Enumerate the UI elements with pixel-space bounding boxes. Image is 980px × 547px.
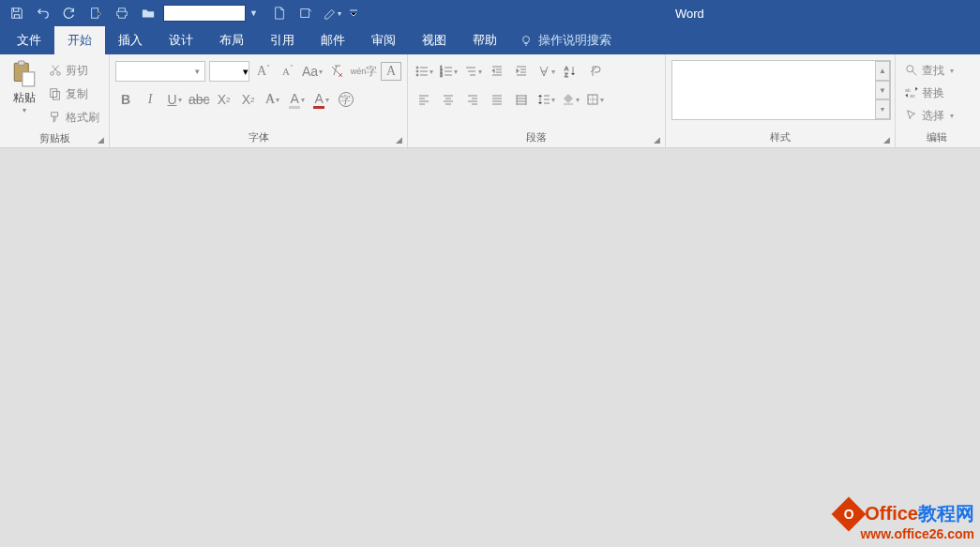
underline-button[interactable]: U▾ bbox=[164, 89, 185, 110]
qat-icon-10[interactable]: ▾ bbox=[321, 2, 343, 24]
styles-gallery[interactable]: ▲ ▼ ▾ bbox=[671, 60, 891, 120]
phonetic-guide-button[interactable]: wén字 bbox=[351, 61, 377, 82]
bold-button[interactable]: B bbox=[115, 89, 136, 110]
clear-formatting-button[interactable] bbox=[326, 61, 347, 82]
paste-label: 粘贴 bbox=[13, 90, 36, 106]
cut-label: 剪切 bbox=[66, 63, 88, 79]
tab-review[interactable]: 审阅 bbox=[358, 26, 409, 54]
change-case-button[interactable]: Aa▾ bbox=[302, 61, 323, 82]
styles-launcher[interactable]: ◢ bbox=[881, 134, 892, 145]
open-button[interactable] bbox=[137, 2, 159, 24]
shrink-font-button[interactable]: A˅ bbox=[278, 61, 298, 82]
tab-design[interactable]: 设计 bbox=[156, 26, 206, 54]
svg-point-7 bbox=[57, 72, 61, 76]
paragraph-group-label: 段落 ◢ bbox=[408, 130, 665, 147]
qat-combo-dropdown[interactable]: ▼ bbox=[249, 8, 261, 18]
font-size-combo[interactable]: ▾ bbox=[209, 61, 249, 82]
tab-mailings[interactable]: 邮件 bbox=[308, 26, 358, 54]
copy-label: 复制 bbox=[66, 86, 88, 102]
asian-layout-button[interactable]: ▾ bbox=[535, 61, 556, 82]
font-color-button[interactable]: A▾ bbox=[311, 89, 332, 110]
redo-button[interactable] bbox=[58, 2, 81, 24]
replace-button[interactable]: abac 替换 bbox=[901, 83, 972, 103]
clipboard-launcher[interactable]: ◢ bbox=[95, 134, 106, 145]
tell-me-search[interactable]: 操作说明搜索 bbox=[510, 26, 611, 54]
decrease-indent-button[interactable] bbox=[487, 61, 507, 82]
ribbon: 粘贴 ▾ 剪切 复制 格式刷 剪贴板 ◢ bbox=[0, 54, 980, 148]
brush-icon bbox=[49, 111, 62, 124]
qat-combo-input[interactable] bbox=[163, 5, 246, 22]
watermark-text-1a: Office bbox=[865, 503, 918, 524]
tab-insert[interactable]: 插入 bbox=[105, 26, 156, 54]
watermark: O Office教程网 www.office26.com bbox=[837, 501, 974, 541]
tab-layout[interactable]: 布局 bbox=[206, 26, 257, 54]
align-right-button[interactable] bbox=[462, 89, 483, 110]
strikethrough-button[interactable]: abc bbox=[188, 89, 210, 110]
numbering-button[interactable]: 123▾ bbox=[438, 61, 459, 82]
grow-font-button[interactable]: A˄ bbox=[253, 61, 274, 82]
svg-rect-4 bbox=[19, 61, 24, 65]
tell-me-label: 操作说明搜索 bbox=[538, 32, 611, 49]
qat-customize-dropdown[interactable] bbox=[347, 2, 360, 24]
svg-point-10 bbox=[416, 67, 418, 68]
watermark-url: www.office26.com bbox=[837, 526, 974, 541]
save-button[interactable] bbox=[6, 2, 28, 24]
qat-icon-4[interactable] bbox=[84, 2, 107, 24]
text-effects-button[interactable]: A▾ bbox=[263, 89, 283, 110]
styles-scroll-up[interactable]: ▲ bbox=[875, 61, 890, 81]
char-border-button[interactable]: A bbox=[381, 62, 401, 81]
tab-references[interactable]: 引用 bbox=[257, 26, 308, 54]
borders-button[interactable]: ▾ bbox=[584, 89, 605, 110]
show-marks-button[interactable] bbox=[584, 61, 605, 82]
highlight-button[interactable]: A▾ bbox=[287, 89, 308, 110]
sort-button[interactable]: AZ bbox=[560, 61, 580, 82]
align-distributed-button[interactable] bbox=[511, 89, 532, 110]
tab-help[interactable]: 帮助 bbox=[460, 26, 510, 54]
line-spacing-button[interactable]: ▾ bbox=[535, 89, 556, 110]
increase-indent-button[interactable] bbox=[511, 61, 532, 82]
superscript-button[interactable]: X2 bbox=[238, 89, 259, 110]
paste-button[interactable]: 粘贴 ▾ bbox=[6, 58, 43, 114]
tab-file[interactable]: 文件 bbox=[4, 26, 54, 54]
font-name-combo[interactable]: ▾ bbox=[115, 61, 205, 82]
tab-home[interactable]: 开始 bbox=[54, 26, 105, 54]
undo-button[interactable] bbox=[32, 2, 54, 24]
new-doc-button[interactable] bbox=[268, 2, 291, 24]
svg-rect-0 bbox=[92, 8, 98, 19]
cut-button[interactable]: 剪切 bbox=[47, 60, 101, 81]
enclose-char-button[interactable]: 字 bbox=[336, 89, 356, 110]
svg-point-11 bbox=[416, 70, 418, 72]
italic-button[interactable]: I bbox=[140, 89, 160, 110]
font-group-label: 字体 ◢ bbox=[110, 130, 407, 147]
svg-rect-9 bbox=[53, 91, 59, 99]
tab-view[interactable]: 视图 bbox=[409, 26, 460, 54]
paragraph-launcher[interactable]: ◢ bbox=[651, 134, 662, 145]
ribbon-tabs: 文件 开始 插入 设计 布局 引用 邮件 审阅 视图 帮助 操作说明搜索 bbox=[0, 26, 980, 54]
svg-rect-5 bbox=[23, 72, 35, 86]
bullets-button[interactable]: ▾ bbox=[414, 61, 434, 82]
subscript-button[interactable]: X2 bbox=[214, 89, 234, 110]
styles-scroll-down[interactable]: ▼ bbox=[875, 81, 890, 100]
font-launcher[interactable]: ◢ bbox=[393, 134, 404, 145]
paste-icon bbox=[11, 60, 38, 88]
group-paragraph: ▾ 123▾ ▾ ▾ AZ ▾ ▾ ▾ bbox=[408, 54, 666, 147]
find-button[interactable]: 查找▾ bbox=[901, 60, 972, 81]
svg-rect-18 bbox=[564, 103, 573, 105]
align-justify-button[interactable] bbox=[487, 89, 507, 110]
align-center-button[interactable] bbox=[438, 89, 459, 110]
format-painter-button[interactable]: 格式刷 bbox=[47, 107, 101, 128]
svg-rect-8 bbox=[51, 89, 57, 98]
copy-button[interactable]: 复制 bbox=[47, 84, 101, 104]
print-button[interactable] bbox=[111, 2, 133, 24]
select-button[interactable]: 选择▾ bbox=[901, 105, 972, 126]
qat-icon-9[interactable] bbox=[294, 2, 317, 24]
align-left-button[interactable] bbox=[414, 89, 434, 110]
svg-text:ab: ab bbox=[905, 87, 911, 93]
clipboard-group-label: 剪贴板 ◢ bbox=[0, 131, 109, 147]
multilevel-list-button[interactable]: ▾ bbox=[462, 61, 483, 82]
document-area[interactable] bbox=[0, 148, 980, 547]
title-bar: ▼ ▾ Word bbox=[0, 0, 980, 26]
styles-expand[interactable]: ▾ bbox=[875, 99, 890, 119]
shading-button[interactable]: ▾ bbox=[560, 89, 580, 110]
cursor-icon bbox=[905, 109, 918, 122]
